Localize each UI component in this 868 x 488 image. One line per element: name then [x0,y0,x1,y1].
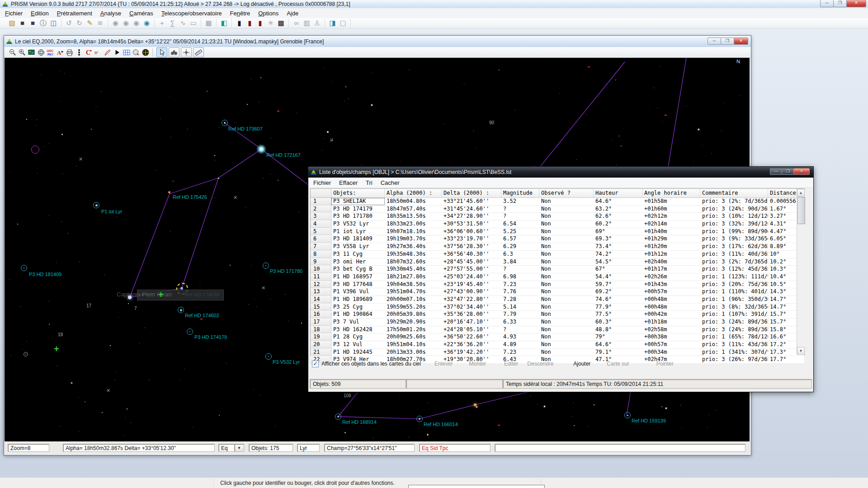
cell[interactable]: 19h51m04.10s [385,341,442,348]
cell[interactable]: P3 HD 174179 [331,206,385,213]
cell[interactable]: Non [539,349,594,356]
cell[interactable]: prio: 3 (20%: 75d/365 [700,281,768,288]
image-window-icon[interactable]: ◫ [48,19,59,28]
cell[interactable]: prio: 3 (24%: 90d/365 [700,206,768,213]
cell[interactable]: P1 iot Lyr [331,228,385,235]
cell[interactable]: +36°56'40.30'' [442,251,501,258]
cell[interactable]: P3 25 Cyg [331,304,385,311]
cell[interactable]: 3.84 [501,258,539,266]
cell[interactable]: 7.76 [501,288,539,296]
cell[interactable]: P3 12 Vul [331,341,385,348]
cell[interactable]: 74.6° [594,296,642,303]
cell[interactable]: +02h26m [642,273,700,281]
scroll-down-icon[interactable]: ▼ [797,347,805,355]
cell[interactable]: prio: 3 (2%: 7d/365d) [700,198,768,205]
cell[interactable]: prio: 1 (110%: 401d/3 [700,288,768,296]
cell[interactable]: 19h30m45.40s [385,266,442,273]
cell[interactable]: +20°16'47.10'' [442,319,501,326]
menu-fentre[interactable]: Fenêtre [227,9,254,18]
cell[interactable]: 3.52 [501,198,539,205]
cell[interactable]: prio: 3 (24%: 89d/365 [700,319,768,326]
cell[interactable]: +23°19'45.40'' [442,281,501,288]
object-ring-marker[interactable] [265,353,272,360]
cell[interactable]: +28°45'45.00'' [442,258,501,266]
pointer-hand-icon[interactable]: ☛ [93,48,103,57]
named-star[interactable] [168,191,170,193]
table-row[interactable]: 9P3 omi Her18h07m32.60s+28°45'45.00''3.8… [311,258,804,266]
cell[interactable]: +33°23'19.70'' [442,235,501,243]
list-minimize-button[interactable]: ─ [770,168,782,175]
cell[interactable]: prio: 3 (10%: 12d/120 [700,213,768,220]
search-binoculars-icon[interactable] [169,47,179,57]
cell[interactable]: 54.4° [594,273,642,281]
cell[interactable]: prio: 3 (24%: 89d/365 [700,326,768,333]
sky-object-label[interactable]: Ref HD 174602 [185,313,219,318]
cell[interactable]: 69.3° [594,235,642,243]
table-row[interactable]: 6P3 HD 18140919h19m03.70s+33°23'19.70''6… [311,235,804,243]
cell[interactable]: +31°45'24.60'' [442,206,501,213]
cell[interactable]: Non [539,319,594,326]
sky-window-titlebar[interactable]: Le ciel EQ.2000, Zoom=8, Alpha= 18h14m45… [4,36,751,47]
sky-maximize-button[interactable]: ❐ [721,38,734,45]
table-row[interactable]: 1P3 SHELIAK18h50m04.80s+33°21'45.60''3.5… [311,198,804,206]
cell[interactable]: prio: 3 (17%: 62d/365 [700,243,768,250]
cell[interactable]: Non [539,281,594,288]
cell[interactable]: ? [501,213,539,220]
cell[interactable]: +27°43'00.90'' [442,288,501,296]
cell[interactable]: 19h07m18.10s [385,228,442,235]
cell[interactable]: Non [539,235,594,243]
cell[interactable]: +01h29m [642,235,700,243]
cell[interactable]: ? [501,326,539,333]
list-menu-tri[interactable]: Tri [363,178,376,187]
cell[interactable]: P1 HD 192445 [331,349,385,356]
cell[interactable]: 63.2° [594,206,642,213]
table-header-magnitude[interactable]: Magnitude [501,189,539,197]
select-cursor-icon[interactable] [156,47,167,57]
sky-object-label[interactable]: P3 HD 181409 [29,272,61,277]
cell[interactable]: +36°19'42.20'' [442,349,501,356]
object-ring-marker[interactable] [624,412,631,418]
table-row[interactable]: 4P3 V532 Lyr18h33m23.00s+30°53'31.50''6.… [311,221,804,228]
table-row[interactable]: 13P1 V396 Vul19h51m04.70s+27°43'00.90''7… [311,288,804,296]
cell[interactable]: 5.25 [501,228,539,235]
table-row[interactable]: 20P3 12 Vul19h51m04.10s+22°36'36.20''4.8… [311,341,804,349]
cell[interactable]: Non [539,213,594,220]
menu-prtraitement[interactable]: Prétraitement [54,9,95,18]
cell[interactable]: 7.23 [501,281,539,288]
cell[interactable]: 20h05m39.80s [385,311,442,318]
table-row[interactable]: 5P1 iot Lyr19h07m18.10s+36°06'00.60''5.2… [311,228,804,236]
menu-analyse[interactable]: Analyse [97,9,124,18]
sky-object-label[interactable]: P1 iot Lyr [101,209,122,214]
cell[interactable]: ? [501,266,539,273]
ajouter-button[interactable]: Ajouter [573,361,590,367]
cell[interactable]: +00h42m [642,311,700,318]
table-row[interactable]: 7P3 V558 Lyr19h27m36.40s+37°56'28.30''6.… [311,243,804,251]
cell[interactable]: 77.5° [594,311,642,318]
cell[interactable]: +02h14m [642,221,700,228]
table-icon[interactable] [122,48,131,57]
object-ring-marker[interactable] [222,120,228,126]
cell[interactable]: 7.28 [501,296,539,303]
cell[interactable]: 18h21m27.80s [385,273,442,281]
sky-object-label[interactable]: Ref HD 168914 [342,419,377,425]
cell[interactable]: 6.29 [501,243,539,250]
cell[interactable]: P3 bet Cyg B [331,266,385,273]
cell[interactable]: 5.14 [501,304,539,311]
list-menu-cacher[interactable]: Cacher [377,178,403,187]
frame-dropdown-arrow[interactable]: ▼ [234,444,244,452]
cell[interactable]: prio: 3 (32%: 39d/120 [700,221,768,228]
table-vertical-scrollbar[interactable]: ▲ ▼ [797,189,805,355]
table-header-delta[interactable]: Delta (2000) : [442,189,501,197]
starfield-icon[interactable]: ▩ [276,19,286,28]
cell[interactable]: +02h12m [642,213,700,220]
cell[interactable]: 19h51m04.70s [385,288,442,296]
cell[interactable]: prio: 3 (2%: 7d/365d) [700,258,768,266]
catalog-icon[interactable]: UGCPK? [46,48,55,57]
table-header-objets[interactable]: Objets: [331,189,385,197]
cell[interactable]: 20h13m33.00s [385,349,442,356]
cell[interactable]: +35°36'28.00'' [442,311,501,318]
cell[interactable]: 79.1° [594,349,642,356]
scroll-up-icon[interactable]: ▲ [797,189,805,197]
cell[interactable]: +33°21'45.60'' [442,198,501,205]
cell[interactable]: Non [539,258,594,266]
